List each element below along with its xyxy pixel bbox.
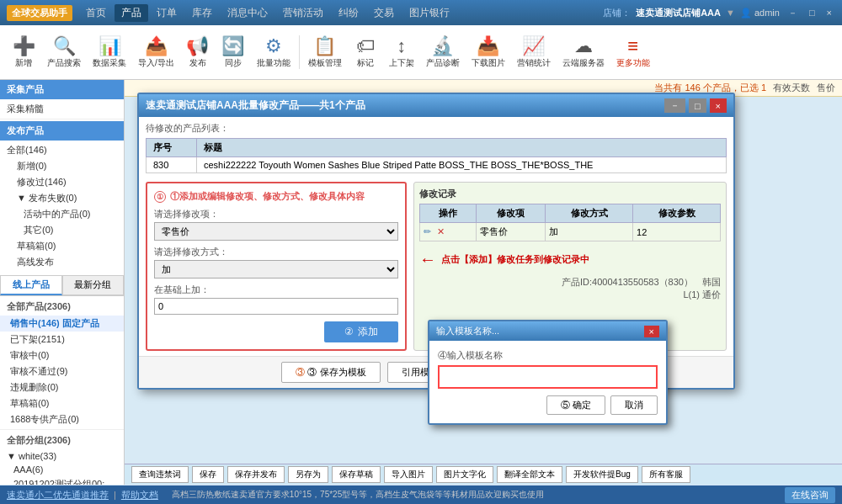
select-method-dropdown[interactable]: 加: [154, 260, 398, 279]
window-close[interactable]: ×: [823, 8, 835, 18]
modal-minimize[interactable]: －: [664, 98, 685, 113]
sidebar-collect-all[interactable]: 采集精髓: [0, 101, 124, 117]
toolbar-more[interactable]: ≡ 更多功能: [611, 33, 655, 72]
tab-latest-group[interactable]: 最新分组: [62, 275, 125, 295]
sidebar-group-white[interactable]: ▼ white(33): [0, 449, 124, 463]
nav-home[interactable]: 首页: [79, 4, 113, 22]
toolbar-search[interactable]: 🔍 产品搜索: [42, 33, 86, 72]
mod-method-value: 加: [546, 223, 633, 241]
admin-label: 👤 admin: [740, 8, 780, 19]
nav-orders[interactable]: 订单: [150, 4, 184, 22]
sidebar-selling[interactable]: 销售中(146) 固定产品: [0, 316, 124, 332]
col-title: 标题: [197, 139, 727, 157]
sidebar-publish-tab[interactable]: 发布产品: [0, 121, 124, 141]
dialog-confirm[interactable]: ⑤ 确定: [546, 395, 605, 415]
main-toolbar: ➕ 新增 🔍 产品搜索 📊 数据采集 📤 导入/导出 📢 发布 🔄 同步 ⚙ 批…: [0, 25, 842, 80]
sidebar-active-products[interactable]: 活动中的产品(0): [0, 206, 124, 222]
save-btn[interactable]: 保存: [192, 466, 224, 483]
template-name-input[interactable]: [438, 365, 658, 389]
sidebar-group-aaa[interactable]: AAA(6): [0, 463, 124, 476]
nav-messages[interactable]: 消息中心: [221, 4, 274, 22]
sidebar-review-fail[interactable]: 审核不通过(9): [0, 363, 124, 379]
toolbar-add[interactable]: ➕ 新增: [7, 33, 40, 72]
sidebar-all-products[interactable]: 全部(146): [0, 142, 124, 158]
sidebar-online-section: 全部产品(2306) 销售中(146) 固定产品 已下架(2151) 审核中(0…: [0, 296, 124, 429]
nav-image-bank[interactable]: 图片银行: [402, 4, 456, 22]
sidebar-failed[interactable]: ▼ 发布失败(0): [0, 190, 124, 206]
save-template-btn[interactable]: ③ ③ 保存为模板: [281, 362, 380, 383]
sidebar-1688[interactable]: 1688专供产品(0): [0, 411, 124, 427]
toolbar-sync[interactable]: 🔄 同步: [216, 33, 250, 72]
toolbar-cloud[interactable]: ☁ 云端服务器: [557, 33, 610, 72]
save-draft-btn[interactable]: 保存草稿: [332, 466, 381, 483]
toolbar-download[interactable]: 📥 下载图片: [466, 33, 510, 72]
add-button[interactable]: ② 添加: [324, 321, 398, 342]
sidebar-deleted[interactable]: 违规删除(0): [0, 379, 124, 395]
all-service-btn[interactable]: 所有客服: [642, 466, 690, 483]
translate-btn[interactable]: 翻译全部文本: [497, 466, 562, 483]
save-publish-btn[interactable]: 保存并发布: [227, 466, 285, 483]
toolbar-updown[interactable]: ↕ 上下架: [384, 33, 419, 72]
add-icon: ➕: [13, 35, 35, 57]
sidebar-draft2[interactable]: 草稿箱(0): [0, 395, 124, 411]
query-forbidden[interactable]: 查询违禁词: [131, 466, 189, 483]
sidebar-reviewing[interactable]: 审核中(0): [0, 347, 124, 363]
toolbar-diagnose[interactable]: 🔬 产品诊断: [421, 33, 465, 72]
toolbar-stats[interactable]: 📈 营销统计: [512, 33, 556, 72]
modal-close[interactable]: ×: [710, 98, 727, 113]
sidebar-shelved[interactable]: 已下架(2151): [0, 332, 124, 347]
base-value-input[interactable]: [154, 298, 398, 315]
nav-disputes[interactable]: 纠纷: [332, 4, 365, 22]
product-row: 830 ceshi222222 Toyouth Women Sashes Blu…: [147, 157, 727, 173]
recommend-link[interactable]: 速卖通小二优先通道推荐: [7, 489, 109, 501]
import-images-btn[interactable]: 导入图片: [384, 466, 433, 483]
sidebar-collect-tab[interactable]: 采集产品: [0, 80, 124, 99]
toolbar-mark[interactable]: 🏷 标记: [349, 33, 382, 72]
download-icon: 📥: [477, 35, 499, 57]
top-nav-menu: 首页 产品 订单 库存 消息中心 营销活动 纠纷 交易 图片银行: [79, 4, 603, 22]
delete-icon[interactable]: ✕: [437, 226, 445, 236]
add-label: 新增: [15, 57, 32, 69]
more-icon: ≡: [627, 35, 638, 57]
window-minimize[interactable]: －: [785, 7, 801, 19]
image-text-btn[interactable]: 图片文字化: [436, 466, 493, 483]
updown-icon: ↕: [397, 35, 406, 57]
toolbar-template[interactable]: 📋 模板管理: [303, 33, 347, 72]
window-maximize[interactable]: □: [806, 8, 818, 18]
batch-icon: ⚙: [265, 35, 282, 57]
mod-item-value: 零售价: [476, 223, 545, 241]
sidebar-high-publish[interactable]: 高线发布: [0, 254, 124, 270]
nav-inventory[interactable]: 库存: [185, 4, 219, 22]
nav-marketing[interactable]: 营销活动: [276, 4, 330, 22]
dialog-body: ④输入模板名称 ⑤ 确定 取消: [429, 341, 666, 423]
form-base-value: 在基础上加：: [154, 284, 398, 315]
stats-icon: 📈: [522, 35, 545, 57]
select-item-dropdown[interactable]: 零售价: [154, 222, 398, 241]
toolbar-collect[interactable]: 📊 数据采集: [88, 33, 131, 72]
help-link[interactable]: 帮助文档: [121, 489, 158, 501]
edit-icon[interactable]: ✏: [424, 226, 431, 236]
sidebar-modified[interactable]: 修改过(146): [0, 174, 124, 190]
modal-maximize[interactable]: □: [689, 98, 706, 113]
sidebar-new[interactable]: 新增(0): [0, 158, 124, 174]
tab-online-products[interactable]: 线上产品: [0, 275, 62, 295]
sidebar-draft[interactable]: 草稿箱(0): [0, 238, 124, 254]
sidebar-other[interactable]: 其它(0): [0, 222, 124, 238]
search-label: 产品搜索: [47, 57, 81, 69]
toolbar-batch[interactable]: ⚙ 批量功能: [252, 33, 296, 72]
nav-trade[interactable]: 交易: [367, 4, 401, 22]
dialog-close[interactable]: ×: [644, 326, 659, 337]
nav-products[interactable]: 产品: [115, 4, 148, 22]
dialog-cancel[interactable]: 取消: [610, 395, 658, 415]
dialog-annotation: ④输入模板名称: [438, 349, 658, 362]
mark-label: 标记: [357, 57, 374, 69]
online-consult[interactable]: 在线咨询: [785, 487, 835, 503]
toolbar-import-export[interactable]: 📤 导入/导出: [133, 33, 179, 72]
toolbar-publish[interactable]: 📢 发布: [181, 33, 215, 72]
freight-info: L(1) 通价: [419, 289, 721, 301]
bug-btn[interactable]: 开发软件提Bug: [566, 466, 638, 483]
base-value-label: 在基础上加：: [154, 284, 398, 296]
sidebar-group-test[interactable]: 20191202测试分组00:: [0, 476, 124, 485]
diagnose-label: 产品诊断: [426, 57, 460, 69]
save-as-btn[interactable]: 另存为: [288, 466, 328, 483]
